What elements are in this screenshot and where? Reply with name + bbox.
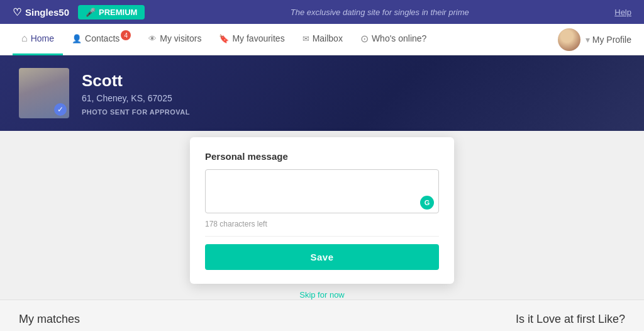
- nav-favourites[interactable]: My favourites: [210, 24, 293, 55]
- brand-name: Singles50: [25, 7, 69, 18]
- premium-label: PREMIUM: [99, 8, 137, 17]
- message-textarea-wrap: G: [205, 169, 439, 216]
- nav-online[interactable]: Who's online?: [352, 24, 436, 55]
- online-icon: [360, 33, 369, 45]
- profile-text: My Profile: [592, 35, 631, 45]
- nav-contacts[interactable]: Contacts 4: [63, 24, 140, 55]
- mic-icon: 🎤: [86, 8, 96, 17]
- bottom-section: My matches Is it Love at first Like?: [0, 300, 644, 331]
- help-link[interactable]: Help: [614, 8, 631, 17]
- avatar-image: [558, 28, 580, 51]
- mailbox-icon: [303, 33, 309, 44]
- nav-home[interactable]: Home: [13, 24, 63, 55]
- premium-button[interactable]: 🎤 PREMIUM: [78, 5, 145, 20]
- modal-title: Personal message: [205, 151, 439, 162]
- user-photo: ✓: [19, 68, 69, 118]
- contacts-icon: [72, 33, 82, 44]
- modal-card: Personal message G 178 characters left S…: [190, 137, 454, 284]
- skip-link[interactable]: Skip for now: [0, 290, 644, 300]
- tagline: The exclusive dating site for singles in…: [145, 8, 614, 17]
- hero-section: ✓ Scott 61, Cheney, KS, 67025 PHOTO SENT…: [0, 55, 644, 131]
- nav-online-label: Who's online?: [372, 33, 427, 43]
- brand-icon: ♡: [13, 6, 21, 18]
- profile-arrow: ▾: [586, 35, 592, 45]
- nav-bar: Home Contacts 4 My visitors My favourite…: [0, 24, 644, 55]
- nav-contacts-label: Contacts: [85, 33, 119, 43]
- nav-mailbox-label: Mailbox: [313, 33, 343, 43]
- photo-badge: ✓: [54, 103, 67, 116]
- contacts-badge: 4: [121, 30, 131, 40]
- avatar: [558, 28, 580, 51]
- home-icon: [21, 33, 28, 44]
- my-matches-title: My matches: [19, 313, 80, 326]
- photo-status: PHOTO SENT FOR APPROVAL: [82, 108, 190, 116]
- grammarly-icon[interactable]: G: [420, 196, 434, 210]
- modal-overlay: Personal message G 178 characters left S…: [0, 131, 644, 284]
- user-info: Scott 61, Cheney, KS, 67025 PHOTO SENT F…: [82, 71, 190, 116]
- message-textarea[interactable]: [205, 169, 439, 213]
- main-content: Personal message G 178 characters left S…: [0, 131, 644, 300]
- nav-visitors-label: My visitors: [160, 33, 201, 43]
- brand: ♡ Singles50: [13, 6, 69, 18]
- nav-favourites-label: My favourites: [232, 33, 284, 43]
- top-bar: ♡ Singles50 🎤 PREMIUM The exclusive dati…: [0, 0, 644, 24]
- top-bar-left: ♡ Singles50 🎤 PREMIUM: [13, 5, 145, 20]
- user-name: Scott: [82, 71, 190, 91]
- profile-area[interactable]: ▾ My Profile: [558, 28, 631, 51]
- profile-label: ▾ My Profile: [586, 35, 631, 45]
- nav-visitors[interactable]: My visitors: [140, 24, 210, 55]
- nav-mailbox[interactable]: Mailbox: [294, 24, 352, 55]
- love-title: Is it Love at first Like?: [516, 313, 625, 326]
- visitors-icon: [148, 33, 157, 44]
- char-count: 178 characters left: [205, 220, 439, 237]
- favourites-icon: [219, 33, 229, 44]
- nav-home-label: Home: [31, 33, 54, 43]
- user-location: 61, Cheney, KS, 67025: [82, 93, 190, 103]
- save-button[interactable]: Save: [205, 244, 439, 270]
